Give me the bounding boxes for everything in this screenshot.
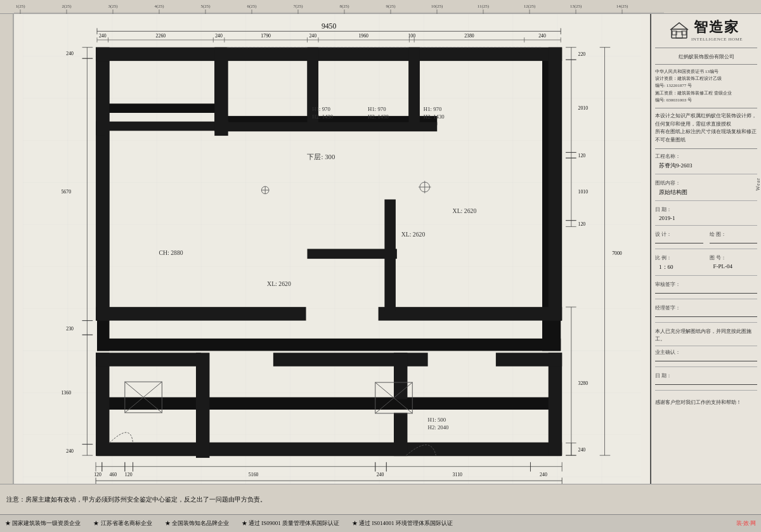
drawing-content-value: 原始结构图 <box>655 188 757 197</box>
svg-rect-86 <box>214 122 437 132</box>
svg-text:3(25): 3(25) <box>108 4 118 9</box>
house-icon <box>670 20 689 39</box>
svg-rect-210 <box>672 29 687 38</box>
svg-rect-91 <box>549 353 562 455</box>
svg-text:240: 240 <box>99 33 107 39</box>
scale-value: 1：60 <box>655 263 703 271</box>
drawingno-field: 图 号： F-PL-04 <box>710 254 758 271</box>
svg-text:5160: 5160 <box>249 472 259 477</box>
badge-1: ★ 国家建筑装饰一级资质企业 <box>5 519 81 528</box>
owner-confirm-label: 业主确认： <box>655 349 757 356</box>
svg-text:240: 240 <box>538 33 546 39</box>
right-panel: 智造家 INTELLIGENCE HOME 红蚂蚁装饰股份有限公司 中华人民共和… <box>650 14 761 484</box>
svg-text:240: 240 <box>215 33 223 39</box>
svg-text:9450: 9450 <box>322 22 337 30</box>
svg-text:2010: 2010 <box>578 105 589 111</box>
bottom-bar: 注意：房屋主建如有改动，甲方必须到苏州安全鉴定中心鉴定，反之出了一问题由甲方负责… <box>0 484 761 514</box>
svg-text:240: 240 <box>66 448 74 454</box>
brand-name: 智造家 <box>691 18 743 37</box>
cert-line4: 施工资质：建筑装饰装修工程 壹级企业 <box>655 90 757 97</box>
understand-notice: 本人已充分理解图纸内容，并同意按此图施工。 <box>655 328 757 346</box>
drawingno-label: 图 号： <box>710 254 758 261</box>
project-label: 工程名称： <box>655 153 757 160</box>
svg-rect-67 <box>97 103 227 113</box>
svg-rect-95 <box>196 353 209 458</box>
badge-3: ★ 全国装饰知名品牌企业 <box>165 519 229 528</box>
cert-line3: 编号: 132201877 号 <box>655 82 757 89</box>
svg-text:7(25): 7(25) <box>293 4 303 9</box>
floor-plan-svg: 9450 240 2260 240 1790 <box>14 14 650 484</box>
svg-text:13(25): 13(25) <box>570 4 582 9</box>
svg-rect-71 <box>97 398 561 410</box>
badge-4: ★ 通过 IS09001 质量管理体系国际认证 <box>242 519 339 528</box>
svg-rect-79 <box>96 307 306 320</box>
svg-text:H1: 970: H1: 970 <box>424 106 442 112</box>
audit-field: 审核签字： <box>655 281 757 299</box>
svg-text:220: 220 <box>578 51 586 57</box>
scale-drawingno-row: 比 例： 1：60 图 号： F-PL-04 <box>655 254 757 276</box>
notice-text3: 不可在量图纸 <box>655 136 757 145</box>
designer-field: 设 计： <box>655 231 703 245</box>
drawer-field: 绘 图： <box>710 231 758 245</box>
scale-field: 比 例： 1：60 <box>655 254 703 271</box>
svg-text:2(25): 2(25) <box>62 4 72 9</box>
manager-label: 经理签字： <box>655 304 757 311</box>
cert-line5: 编号: 030031003 号 <box>655 97 757 104</box>
drawing-content-label: 图纸内容： <box>655 179 757 186</box>
svg-text:9(25): 9(25) <box>386 4 396 9</box>
brand-subtitle: INTELLIGENCE HOME <box>691 37 743 42</box>
project-field: 工程名称： 苏脊沟9-2603 <box>655 153 757 174</box>
drawingno-value: F-PL-04 <box>710 263 758 269</box>
ruler-top: // Will be rendered via JS below 1(25)2(… <box>0 0 761 14</box>
content-area: 9450 240 2260 240 1790 <box>0 14 761 484</box>
svg-text:下层: 300: 下层: 300 <box>307 153 335 160</box>
svg-rect-76 <box>96 48 109 321</box>
svg-text:12(25): 12(25) <box>524 4 536 9</box>
svg-text:XL: 2620: XL: 2620 <box>453 207 477 214</box>
svg-text:9450: 9450 <box>322 483 337 484</box>
svg-rect-83 <box>96 122 229 131</box>
svg-rect-80 <box>379 307 563 320</box>
badge-2: ★ 江苏省著名商标企业 <box>93 519 152 528</box>
bottom-notice-text: 注意：房屋主建如有改动，甲方必须到苏州安全鉴定中心鉴定，反之出了一问题由甲方负责… <box>6 496 266 503</box>
bottom-notice: 注意：房屋主建如有改动，甲方必须到苏州安全鉴定中心鉴定，反之出了一问题由甲方负责… <box>6 495 755 504</box>
svg-text:H1: 970: H1: 970 <box>312 106 330 112</box>
watermark: 装·效·网 <box>736 519 757 528</box>
project-value: 苏脊沟9-2603 <box>655 162 757 170</box>
svg-text:H2: 1430: H2: 1430 <box>312 114 333 120</box>
svg-text:460: 460 <box>109 472 117 477</box>
drawing-area: 9450 240 2260 240 1790 <box>14 14 650 484</box>
svg-text:H1: 500: H1: 500 <box>428 417 446 424</box>
svg-rect-97 <box>394 413 407 456</box>
svg-text:1790: 1790 <box>261 33 271 39</box>
svg-text:11(25): 11(25) <box>478 4 490 9</box>
badge-5: ★ 通过 IS014001 环境管理体系国际认证 <box>352 519 453 528</box>
svg-text:1010: 1010 <box>578 189 589 195</box>
svg-text:5670: 5670 <box>61 189 71 195</box>
svg-text:2380: 2380 <box>464 33 474 39</box>
svg-rect-89 <box>96 353 109 455</box>
svg-text:CH: 2880: CH: 2880 <box>159 249 183 256</box>
date2-field: 日 期： <box>655 372 757 391</box>
svg-text:1(25): 1(25) <box>15 4 25 9</box>
svg-text:XL: 2620: XL: 2620 <box>267 280 291 287</box>
audit-label: 审核签字： <box>655 281 757 288</box>
svg-text:10(25): 10(25) <box>431 4 443 9</box>
svg-text:120: 120 <box>578 153 586 159</box>
date-value: 2019-1 <box>655 215 757 221</box>
svg-text:1960: 1960 <box>358 33 368 39</box>
svg-text:3280: 3280 <box>578 380 589 386</box>
badges-bar: ★ 国家建筑装饰一级资质企业 ★ 江苏省著名商标企业 ★ 全国装饰知名品牌企业 … <box>0 514 761 532</box>
drawer-label: 绘 图： <box>710 231 758 238</box>
svg-text:4(25): 4(25) <box>154 4 164 9</box>
svg-text:100: 100 <box>408 33 415 39</box>
svg-text:H2: 1430: H2: 1430 <box>368 114 389 120</box>
svg-text:240: 240 <box>578 447 586 453</box>
svg-text:XL: 2620: XL: 2620 <box>401 231 426 238</box>
ruler-left <box>0 14 14 484</box>
svg-text:120: 120 <box>125 472 133 477</box>
svg-text:120: 120 <box>94 472 101 477</box>
svg-rect-70 <box>97 339 561 351</box>
owner-confirm-field: 业主确认： <box>655 349 757 367</box>
svg-rect-90 <box>96 443 562 456</box>
